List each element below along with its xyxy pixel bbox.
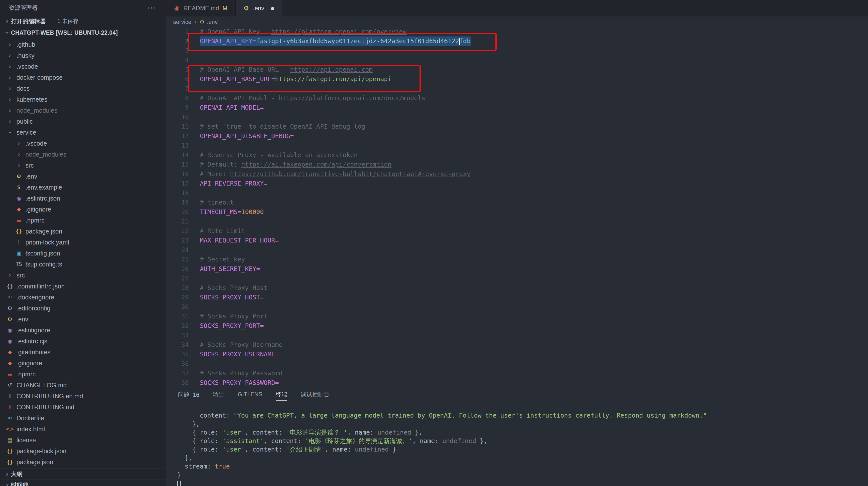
typescript-icon: TS: [14, 261, 23, 267]
code-line[interactable]: 12OPENAI_API_DISABLE_DEBUG=: [166, 131, 868, 141]
code-line[interactable]: 38SOCKS_PROXY_PASSWORD=: [166, 378, 868, 388]
tree-item-.dockerignore[interactable]: ≈.dockerignore: [0, 292, 166, 303]
code-line[interactable]: 24: [166, 245, 868, 255]
tab-.env[interactable]: ⚙.env●: [236, 0, 283, 17]
code-line[interactable]: 21: [166, 217, 868, 226]
code-line[interactable]: 6OPENAI_API_BASE_URL=https://fastgpt.run…: [166, 75, 868, 84]
code-line[interactable]: 25# Secret key: [166, 255, 868, 264]
tree-item-pnpm-lock.yaml[interactable]: !pnpm-lock.yaml: [0, 237, 166, 248]
code-line[interactable]: 29SOCKS_PROXY_HOST=: [166, 293, 868, 302]
code-line[interactable]: 28# Socks Proxy Host: [166, 283, 868, 293]
tree-item-.eslintrc.cjs[interactable]: ◉.eslintrc.cjs: [0, 336, 166, 347]
terminal-token: },: [411, 429, 423, 436]
code-line[interactable]: 8# OpenAI API Model - https://platform.o…: [166, 93, 868, 103]
tree-item-.gitignore[interactable]: ◆.gitignore: [0, 358, 166, 369]
tree-item-.gitattributes[interactable]: ◆.gitattributes: [0, 347, 166, 358]
outline-section[interactable]: › 大纲: [0, 468, 166, 480]
code-editor[interactable]: 1# OpenAI API Key - https://platform.ope…: [166, 27, 868, 388]
code-line[interactable]: 31# Socks Proxy Port: [166, 312, 868, 321]
tree-item-CHANGELOG.md[interactable]: ↺CHANGELOG.md: [0, 380, 166, 391]
tree-item-.env[interactable]: ⚙.env: [0, 171, 166, 182]
breadcrumb-file[interactable]: .env: [207, 19, 218, 26]
code-line[interactable]: 3: [166, 46, 868, 55]
code-line[interactable]: 13: [166, 141, 868, 150]
code-line[interactable]: 35SOCKS_PROXY_USERNAME=: [166, 350, 868, 359]
tree-item-src[interactable]: ›src: [0, 270, 166, 281]
code-line[interactable]: 19# timeout: [166, 198, 868, 207]
tree-item-package.json[interactable]: {}package.json: [0, 457, 166, 467]
code-line[interactable]: 33: [166, 331, 868, 340]
code-line[interactable]: 37# Socks Proxy Password: [166, 369, 868, 378]
panel-tab-终端[interactable]: 终端: [269, 388, 294, 403]
panel-tab-输出[interactable]: 输出: [206, 388, 231, 403]
tree-item-.husky[interactable]: ›.husky: [0, 50, 166, 61]
panel-tab-GITLENS[interactable]: GITLENS: [231, 388, 269, 403]
tree-item-.commitlintrc.json[interactable]: {}.commitlintrc.json: [0, 281, 166, 292]
open-editors-section[interactable]: › 打开的编辑器 1 未保存: [0, 16, 166, 27]
tree-item-.env.example[interactable]: $.env.example: [0, 182, 166, 193]
code-line[interactable]: 14# Reverse Proxy - Available on accessT…: [166, 150, 868, 160]
tree-item-.npmrc[interactable]: ▬.npmrc: [0, 369, 166, 380]
tree-item-package.json[interactable]: {}package.json: [0, 226, 166, 237]
tree-item-service[interactable]: ›service: [0, 127, 166, 138]
tree-item-docker-compose[interactable]: ›docker-compose: [0, 72, 166, 83]
tree-item-CONTRIBUTING.md[interactable]: ⇩CONTRIBUTING.md: [0, 402, 166, 412]
tree-item-node_modules[interactable]: ›node_modules: [0, 149, 166, 160]
code-line[interactable]: 26AUTH_SECRET_KEY=: [166, 264, 868, 274]
tree-item-index.html[interactable]: <>index.html: [0, 424, 166, 434]
code-line[interactable]: 36: [166, 359, 868, 369]
tree-item-Dockerfile[interactable]: ≈Dockerfile: [0, 412, 166, 424]
tree-item-.vscode[interactable]: ›.vscode: [0, 61, 166, 72]
tree-item-CONTRIBUTING.en.md[interactable]: ⇩CONTRIBUTING.en.md: [0, 391, 166, 402]
tree-item-.github[interactable]: ›.github: [0, 39, 166, 50]
code-line[interactable]: 4: [166, 55, 868, 65]
tree-item-.eslintignore[interactable]: ◉.eslintignore: [0, 325, 166, 336]
tree-item-src[interactable]: ›src: [0, 160, 166, 171]
code-line[interactable]: 34# Socks Proxy Username: [166, 340, 868, 350]
code-line[interactable]: 27: [166, 274, 868, 283]
tree-item-.gitignore[interactable]: ◆.gitignore: [0, 204, 166, 215]
tree-item-public[interactable]: ›public: [0, 116, 166, 127]
code-token: # More:: [200, 170, 230, 177]
code-line[interactable]: 23MAX_REQUEST_PER_HOUR=: [166, 236, 868, 245]
code-line[interactable]: 22# Rate Limit: [166, 226, 868, 236]
tree-item-.env[interactable]: ⚙.env: [0, 314, 166, 325]
code-line[interactable]: 11# set `true` to disable OpenAI API deb…: [166, 122, 868, 131]
terminal-token: 'assistant': [222, 437, 264, 445]
code-line[interactable]: 18: [166, 188, 868, 198]
code-line[interactable]: 16# More: https://github.com/transitive-…: [166, 169, 868, 179]
code-line[interactable]: 7: [166, 84, 868, 93]
tree-item-docs[interactable]: ›docs: [0, 83, 166, 94]
tree-item-tsup.config.ts[interactable]: TStsup.config.ts: [0, 259, 166, 270]
code-line[interactable]: 9OPENAI_API_MODEL=: [166, 103, 868, 112]
code-line[interactable]: 10: [166, 112, 868, 122]
tree-item-label: CONTRIBUTING.en.md: [17, 393, 83, 400]
panel-tab-调试控制台[interactable]: 调试控制台: [294, 388, 336, 403]
chevron-right-icon: ›: [14, 152, 23, 157]
tab-README.md[interactable]: ◉README.mdM: [166, 0, 236, 17]
code-line[interactable]: 15# Default: https://ai.fakeopen.com/api…: [166, 160, 868, 169]
tree-item-package-lock.json[interactable]: {}package-lock.json: [0, 446, 166, 457]
timeline-section[interactable]: › 时间线: [0, 480, 166, 486]
tree-item-.eslintrc.json[interactable]: ◉.eslintrc.json: [0, 193, 166, 204]
tree-item-kubernetes[interactable]: ›kubernetes: [0, 94, 166, 105]
line-number: 35: [166, 350, 189, 359]
tree-item-.editorconfig[interactable]: ⚙.editorconfig: [0, 303, 166, 314]
tree-item-node_modules[interactable]: ›node_modules: [0, 105, 166, 116]
code-line[interactable]: 32SOCKS_PROXY_PORT=: [166, 321, 868, 331]
project-root-section[interactable]: › CHATGPT-WEB [WSL: UBUNTU-22.04]: [0, 27, 166, 38]
tree-item-.vscode[interactable]: ›.vscode: [0, 138, 166, 149]
tree-item-.npmrc[interactable]: ▬.npmrc: [0, 215, 166, 226]
code-line[interactable]: 30: [166, 302, 868, 312]
terminal-output[interactable]: content: "You are ChatGPT, a large langu…: [177, 403, 863, 486]
tree-item-license[interactable]: ▤license: [0, 434, 166, 446]
more-actions-icon[interactable]: ⋯: [148, 3, 155, 12]
code-line[interactable]: 5# OpenAI API Base URL - https://api.ope…: [166, 65, 868, 75]
tree-item-tsconfig.json[interactable]: ▣tsconfig.json: [0, 248, 166, 259]
code-line[interactable]: 2OPENAI_API_KEY=fastgpt-y6b3axfbdd5wyp01…: [166, 36, 868, 46]
panel-tab-问题[interactable]: 问题16: [171, 388, 206, 403]
code-line[interactable]: 1# OpenAI API Key - https://platform.ope…: [166, 27, 868, 36]
code-line[interactable]: 17API_REVERSE_PROXY=: [166, 179, 868, 188]
code-line[interactable]: 20TIMEOUT_MS=100000: [166, 207, 868, 217]
breadcrumb-folder[interactable]: service: [173, 19, 191, 26]
